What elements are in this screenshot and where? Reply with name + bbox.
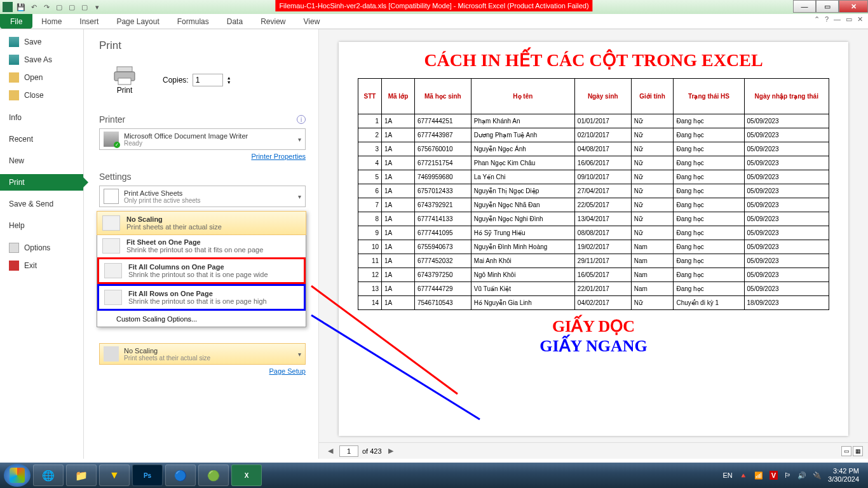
tab-insert[interactable]: Insert xyxy=(71,14,107,29)
file-tab[interactable]: File xyxy=(0,14,32,29)
table-row: 121A6743797250Ngô Minh Khôi16/05/2017Nam… xyxy=(358,268,829,282)
task-chrome[interactable]: 🟢 xyxy=(198,464,229,486)
fit-sheet-icon xyxy=(102,238,120,254)
tray-network-icon[interactable]: 📶 xyxy=(754,471,763,480)
undo-qat-icon[interactable]: ↶ xyxy=(29,3,38,11)
table-row: 61A6757012433Nguyễn Thị Ngọc Diệp27/04/2… xyxy=(358,184,829,198)
doc-restore-icon[interactable]: ▭ xyxy=(846,15,852,24)
preview-scroll[interactable]: CÁCH IN HẾT CÁC CỘT TRONG EXCEL STTMã lớ… xyxy=(319,29,868,442)
options-icon xyxy=(9,243,19,253)
nav-save-as[interactable]: Save As xyxy=(0,51,83,69)
print-pane: Print Print Copies: ▲ ▼ Printer i ✓ xyxy=(84,29,319,459)
printer-device-icon: ✓ xyxy=(104,132,119,147)
table-row: 41A6772151754Phan Ngọc Kim Châu16/06/201… xyxy=(358,156,829,170)
nav-close[interactable]: Close xyxy=(0,86,83,104)
printer-properties-link[interactable]: Printer Properties xyxy=(251,152,306,160)
page-next-button[interactable]: ▶ xyxy=(386,446,396,456)
open-qat-icon[interactable]: ▢ xyxy=(67,3,76,11)
tray-clock[interactable]: 3:42 PM 3/30/2024 xyxy=(828,467,859,484)
doc-close-icon[interactable]: ✕ xyxy=(857,15,863,24)
titlebar: 💾 ↶ ↷ ▢ ▢ ▢ ▾ Filemau-C1-HocSinh-ver2-da… xyxy=(0,0,868,14)
print-button[interactable]: Print xyxy=(99,57,150,103)
close-icon xyxy=(9,90,19,100)
scaling-custom[interactable]: Custom Scaling Options... xyxy=(97,311,306,327)
task-explorer[interactable]: 📁 xyxy=(66,464,97,486)
save-icon xyxy=(9,37,19,47)
nav-exit[interactable]: Exit xyxy=(0,257,83,274)
col-header: Ngày nhập trạng thái xyxy=(744,79,829,114)
copies-up[interactable]: ▲ xyxy=(227,76,231,80)
tray-battery-icon[interactable]: 🔌 xyxy=(813,471,822,480)
tray-lang[interactable]: EN xyxy=(722,471,732,479)
col-header: Trạng thái HS xyxy=(674,79,744,114)
nav-save[interactable]: Save xyxy=(0,33,83,51)
excel-icon xyxy=(3,2,13,12)
minimize-button[interactable]: — xyxy=(793,0,816,13)
scaling-fit-sheet[interactable]: Fit Sheet on One PageShrink the printout… xyxy=(97,234,306,257)
table-row: 31A6756760010Nguyễn Ngọc Ánh04/08/2017Nữ… xyxy=(358,142,829,156)
tray-volume-icon[interactable]: 🔊 xyxy=(797,471,806,480)
preview-qat-icon[interactable]: ▢ xyxy=(80,3,89,11)
scaling-select[interactable]: No Scaling Print sheets at their actual … xyxy=(99,343,306,365)
tray-unikey-icon[interactable]: V xyxy=(770,471,778,480)
table-row: 131A6777444729Vũ Tuấn Kiệt22/01/2017NamĐ… xyxy=(358,282,829,296)
table-row: 51A7469959680La Yến Chi09/10/2017NữĐang … xyxy=(358,170,829,184)
data-table: STTMã lớpMã học sinhHọ tênNgày sinhGiới … xyxy=(358,78,829,310)
print-what-select[interactable]: Print Active Sheets Only print the activ… xyxy=(99,186,306,207)
tab-review[interactable]: Review xyxy=(252,14,294,29)
page-preview: CÁCH IN HẾT CÁC CỘT TRONG EXCEL STTMã lớ… xyxy=(339,42,848,436)
table-row: 101A6755940673Nguyễn Đình Minh Hoàng19/0… xyxy=(358,240,829,254)
nav-info[interactable]: Info xyxy=(0,109,83,126)
scaling-fit-columns[interactable]: Fit All Columns on One PageShrink the pr… xyxy=(97,257,306,284)
tab-data[interactable]: Data xyxy=(218,14,252,29)
scaling-current-icon xyxy=(104,346,119,362)
copies-down[interactable]: ▼ xyxy=(227,80,231,85)
page-setup-link[interactable]: Page Setup xyxy=(269,367,306,375)
task-photoshop[interactable]: Ps xyxy=(132,464,163,486)
redo-qat-icon[interactable]: ↷ xyxy=(42,3,51,11)
nav-open[interactable]: Open xyxy=(0,69,83,86)
tutorial-title: CÁCH IN HẾT CÁC CỘT TRONG EXCEL xyxy=(358,50,829,71)
table-row: 141A7546710543Hồ Nguyễn Gia Linh04/02/20… xyxy=(358,296,829,310)
tray-flag-icon[interactable]: 🔺 xyxy=(739,471,748,480)
tab-view[interactable]: View xyxy=(295,14,329,29)
tab-home[interactable]: Home xyxy=(32,14,71,29)
scaling-no-scaling[interactable]: No ScalingPrint sheets at their actual s… xyxy=(97,211,306,235)
nav-new[interactable]: New xyxy=(0,152,83,169)
task-app1[interactable]: ▼ xyxy=(99,464,130,486)
task-app2[interactable]: 🔵 xyxy=(165,464,196,486)
close-button[interactable]: ✕ xyxy=(839,0,868,13)
qat-more-icon[interactable]: ▾ xyxy=(93,3,102,11)
start-button[interactable] xyxy=(4,464,31,487)
zoom-to-page-button[interactable]: ▭ xyxy=(841,446,851,456)
col-header: Ngày sinh xyxy=(574,79,631,114)
copies-label: Copies: xyxy=(163,76,189,85)
ribbon-help-icon[interactable]: ? xyxy=(825,15,829,24)
task-ie[interactable]: 🌐 xyxy=(33,464,64,486)
tray-action-icon[interactable]: 🏳 xyxy=(784,471,791,479)
page-prev-button[interactable]: ◀ xyxy=(325,446,336,456)
doc-min-icon[interactable]: — xyxy=(834,15,841,24)
copies-input[interactable] xyxy=(193,74,223,86)
nav-recent[interactable]: Recent xyxy=(0,131,83,147)
maximize-button[interactable]: ▭ xyxy=(816,0,839,13)
page-input[interactable] xyxy=(339,445,358,457)
tab-formulas[interactable]: Formulas xyxy=(168,14,218,29)
nav-print[interactable]: Print xyxy=(0,174,83,191)
nav-help[interactable]: Help xyxy=(0,217,83,234)
fit-rows-icon xyxy=(104,290,122,305)
printer-info-icon[interactable]: i xyxy=(297,115,306,124)
ribbon-min-icon[interactable]: ⌃ xyxy=(814,15,820,24)
printer-select[interactable]: ✓ Microsoft Office Document Image Writer… xyxy=(99,128,306,150)
table-row: 21A6777443987Dương Phạm Tuệ Anh02/10/201… xyxy=(358,128,829,142)
col-header: Họ tên xyxy=(471,79,574,114)
task-excel[interactable]: X xyxy=(231,464,262,486)
new-qat-icon[interactable]: ▢ xyxy=(55,3,64,11)
scaling-fit-rows[interactable]: Fit All Rows on One PageShrink the print… xyxy=(97,284,306,311)
show-margins-button[interactable]: ▦ xyxy=(853,446,863,456)
ribbon: File Home Insert Page Layout Formulas Da… xyxy=(0,14,868,29)
save-qat-icon[interactable]: 💾 xyxy=(17,3,25,11)
nav-save-send[interactable]: Save & Send xyxy=(0,196,83,212)
nav-options[interactable]: Options xyxy=(0,239,83,257)
tab-page-layout[interactable]: Page Layout xyxy=(107,14,168,29)
